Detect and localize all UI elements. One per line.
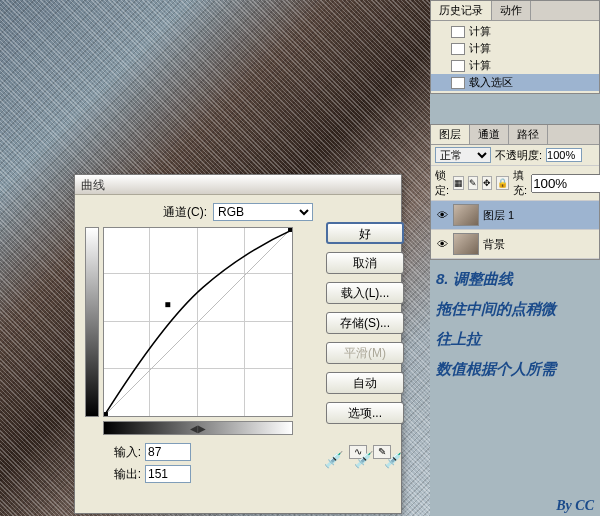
- horizontal-gradient: ◀▶: [103, 421, 293, 435]
- tab-channels[interactable]: 通道: [470, 125, 509, 144]
- load-button[interactable]: 载入(L)...: [326, 282, 404, 304]
- smooth-button: 平滑(M): [326, 342, 404, 364]
- lock-transparent-icon[interactable]: ▦: [453, 176, 464, 190]
- annotation-text: 8. 调整曲线 拖住中间的点稍微 往上拉 数值根据个人所需: [436, 264, 556, 384]
- save-button[interactable]: 存储(S)...: [326, 312, 404, 334]
- curves-title: 曲线: [75, 175, 401, 195]
- layer-thumb: [453, 204, 479, 226]
- visibility-icon[interactable]: 👁: [435, 238, 449, 250]
- opacity-label: 不透明度:: [495, 148, 542, 163]
- lock-paint-icon[interactable]: ✎: [468, 176, 478, 190]
- fill-label: 填充:: [513, 168, 527, 198]
- signature: By CC: [556, 498, 594, 514]
- history-item[interactable]: 载入选区: [431, 74, 599, 91]
- layer-thumb: [453, 233, 479, 255]
- visibility-icon[interactable]: 👁: [435, 209, 449, 221]
- layers-panel: 图层 通道 路径 正常 不透明度: 锁定: ▦ ✎ ✥ 🔒 填充: 👁 图层 1…: [430, 124, 600, 260]
- lock-move-icon[interactable]: ✥: [482, 176, 492, 190]
- history-panel: 历史记录 动作 计算 计算 计算 载入选区: [430, 0, 600, 94]
- lock-label: 锁定:: [435, 168, 449, 198]
- layer-row[interactable]: 👁 图层 1: [431, 201, 599, 230]
- layer-name: 图层 1: [483, 208, 514, 223]
- curve-graph[interactable]: [103, 227, 293, 417]
- eyedropper-white-icon[interactable]: 💉: [384, 450, 404, 469]
- auto-button[interactable]: 自动: [326, 372, 404, 394]
- output-field[interactable]: [145, 465, 191, 483]
- opacity-input[interactable]: [546, 148, 582, 162]
- input-field[interactable]: [145, 443, 191, 461]
- tab-layers[interactable]: 图层: [431, 125, 470, 144]
- history-item[interactable]: 计算: [431, 23, 599, 40]
- eyedropper-black-icon[interactable]: 💉: [324, 450, 344, 469]
- cancel-button[interactable]: 取消: [326, 252, 404, 274]
- svg-rect-3: [165, 302, 170, 307]
- eyedropper-group: 💉 💉 💉: [324, 450, 404, 469]
- tab-paths[interactable]: 路径: [509, 125, 548, 144]
- output-label: 输出:: [85, 466, 141, 483]
- fill-input[interactable]: [531, 174, 600, 193]
- options-button[interactable]: 选项...: [326, 402, 404, 424]
- svg-rect-1: [104, 412, 108, 416]
- tab-actions[interactable]: 动作: [492, 1, 531, 20]
- lock-all-icon[interactable]: 🔒: [496, 176, 509, 190]
- tab-history[interactable]: 历史记录: [431, 1, 492, 20]
- blend-mode-select[interactable]: 正常: [435, 147, 491, 163]
- channel-select[interactable]: RGB: [213, 203, 313, 221]
- svg-rect-2: [288, 228, 292, 232]
- vertical-gradient: [85, 227, 99, 417]
- svg-line-0: [104, 228, 292, 416]
- channel-label: 通道(C):: [163, 204, 207, 221]
- eyedropper-gray-icon[interactable]: 💉: [354, 450, 374, 469]
- input-label: 输入:: [85, 444, 141, 461]
- layer-row[interactable]: 👁 背景: [431, 230, 599, 259]
- ok-button[interactable]: 好: [326, 222, 404, 244]
- history-item[interactable]: 计算: [431, 57, 599, 74]
- history-item[interactable]: 计算: [431, 40, 599, 57]
- layer-name: 背景: [483, 237, 505, 252]
